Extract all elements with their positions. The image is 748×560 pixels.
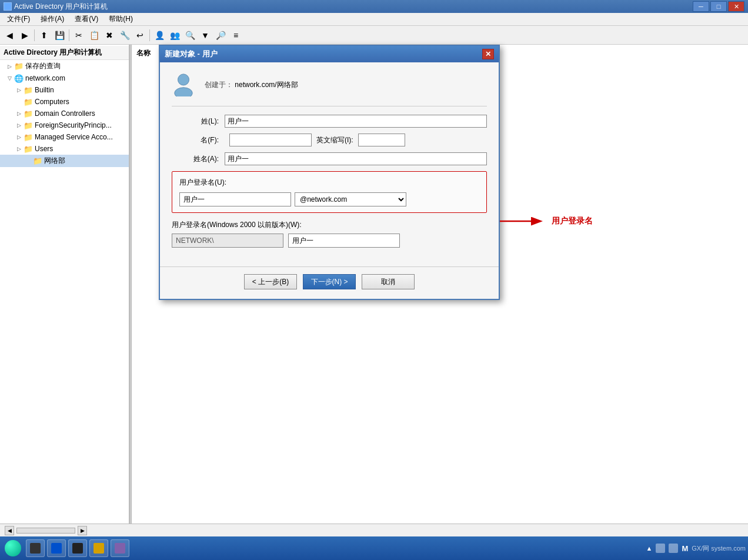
sidebar-header: Active Directory 用户和计算机 xyxy=(0,46,129,60)
toolbar-back[interactable]: ◀ xyxy=(2,28,16,42)
minimize-button[interactable]: ─ xyxy=(693,1,709,12)
taskbar-app-icon-5 xyxy=(115,543,125,554)
menu-bar: 文件(F) 操作(A) 查看(V) 帮助(H) xyxy=(0,13,748,26)
start-button[interactable] xyxy=(2,539,24,558)
taskbar: ▲ M GX/网 system.com xyxy=(0,536,748,560)
sidebar-label-users: Users xyxy=(35,145,53,153)
sidebar-item-network-dept[interactable]: 📁 网络部 xyxy=(0,155,129,167)
expander-saved-queries[interactable]: ▷ xyxy=(5,62,14,71)
domain-icon: 🌐 xyxy=(14,74,24,83)
menu-view[interactable]: 查看(V) xyxy=(70,13,103,25)
prewin-row xyxy=(172,234,487,248)
toolbar-cut[interactable]: ✂ xyxy=(72,28,86,42)
login-row: @network.com @network.local xyxy=(179,192,479,206)
expander-network-com[interactable]: ▽ xyxy=(5,74,14,83)
prewin-username-input[interactable] xyxy=(288,234,400,248)
app-icon xyxy=(4,2,12,11)
toolbar-filter2[interactable]: ▼ xyxy=(198,28,212,42)
sidebar-item-network-com[interactable]: ▽ 🌐 network.com xyxy=(0,72,129,84)
scroll-left[interactable]: ◀ xyxy=(5,526,14,535)
toolbar-forward[interactable]: ▶ xyxy=(18,28,32,42)
svg-point-1 xyxy=(175,88,192,96)
annotation-text: 用户登录名 xyxy=(552,216,593,226)
toolbar-save[interactable]: 💾 xyxy=(52,28,66,42)
folder-icon-computers: 📁 xyxy=(24,97,33,106)
expander-foreign-security[interactable]: ▷ xyxy=(14,121,24,130)
toolbar-delete[interactable]: ✖ xyxy=(102,28,116,42)
toolbar-up[interactable]: ⬆ xyxy=(37,28,51,42)
taskbar-app-5[interactable] xyxy=(111,539,129,557)
sidebar-item-domain-controllers[interactable]: ▷ 📁 Domain Controllers xyxy=(0,108,129,119)
scroll-right[interactable]: ▶ xyxy=(78,526,87,535)
login-section: 用户登录名(U): @network.com @network.local xyxy=(172,171,487,213)
scroll-track xyxy=(16,528,75,534)
next-button[interactable]: 下一步(N) > xyxy=(303,274,356,289)
initials-label: 英文缩写(I): xyxy=(316,135,353,145)
menu-file[interactable]: 文件(F) xyxy=(2,13,35,25)
folder-icon-managed-service: 📁 xyxy=(24,132,33,142)
user-avatar xyxy=(172,72,195,98)
taskbar-app-4[interactable] xyxy=(89,539,108,557)
app-title: Active Directory 用户和计算机 xyxy=(14,2,108,12)
sidebar-label-foreign-security: ForeignSecurityPrincip... xyxy=(35,121,112,129)
close-button[interactable]: ✕ xyxy=(728,1,744,12)
tray-icons: ▲ xyxy=(646,545,653,552)
taskbar-app-3[interactable] xyxy=(68,539,87,557)
expander-managed-service[interactable]: ▷ xyxy=(14,132,24,142)
taskbar-app-2[interactable] xyxy=(47,539,66,557)
start-icon xyxy=(5,540,21,556)
created-at-value: network.com/网络部 xyxy=(235,81,298,89)
cancel-button[interactable]: 取消 xyxy=(362,274,415,289)
expander-users[interactable]: ▷ xyxy=(14,144,24,154)
sidebar-item-foreign-security[interactable]: ▷ 📁 ForeignSecurityPrincip... xyxy=(0,119,129,131)
sidebar-label-domain-controllers: Domain Controllers xyxy=(35,109,95,118)
toolbar-new-user[interactable]: 👤 xyxy=(152,28,166,42)
title-bar-controls: ─ □ ✕ xyxy=(693,1,744,12)
toolbar-properties[interactable]: 🔧 xyxy=(118,28,132,42)
toolbar-copy[interactable]: 📋 xyxy=(87,28,101,42)
dialog-title: 新建对象 - 用户 xyxy=(165,49,218,59)
taskbar-app-icon-3 xyxy=(72,543,83,554)
maximize-button[interactable]: □ xyxy=(710,1,727,12)
sidebar-item-users[interactable]: ▷ 📁 Users xyxy=(0,143,129,155)
sidebar-item-builtin[interactable]: ▷ 📁 Builtin xyxy=(0,84,129,96)
expander-domain-controllers[interactable]: ▷ xyxy=(14,109,24,118)
fullname-input[interactable] xyxy=(225,152,487,165)
toolbar-filter[interactable]: 🔍 xyxy=(183,28,197,42)
firstname-input[interactable] xyxy=(229,134,312,146)
menu-help[interactable]: 帮助(H) xyxy=(104,13,138,25)
folder-icon-builtin: 📁 xyxy=(24,85,33,95)
sidebar-item-saved-queries[interactable]: ▷ 📁 保存的查询 xyxy=(0,60,129,72)
tray-icon-sound xyxy=(669,544,678,553)
back-button[interactable]: < 上一步(B) xyxy=(244,274,297,289)
new-user-dialog: 新建对象 - 用户 ✕ 创建于： network.com/网络部 xyxy=(159,45,500,300)
toolbar-query[interactable]: 🔎 xyxy=(213,28,228,42)
toolbar: ◀ ▶ ⬆ 💾 ✂ 📋 ✖ 🔧 ↩ 👤 👥 🔍 ▼ 🔎 ≡ xyxy=(0,26,748,45)
initials-input[interactable] xyxy=(358,134,405,146)
dialog-overlay: 新建对象 - 用户 ✕ 创建于： network.com/网络部 xyxy=(159,45,500,362)
sidebar-label-computers: Computers xyxy=(35,98,69,106)
toolbar-undo[interactable]: ↩ xyxy=(133,28,147,42)
domain-select[interactable]: @network.com @network.local xyxy=(295,192,406,206)
toolbar-sep-1 xyxy=(34,29,35,41)
surname-input[interactable] xyxy=(225,115,487,128)
tray-letter-m: M xyxy=(682,544,688,553)
dialog-title-bar: 新建对象 - 用户 ✕ xyxy=(160,46,499,62)
prewin-label: 用户登录名(Windows 2000 以前版本)(W): xyxy=(172,220,487,230)
dialog-header-section: 创建于： network.com/网络部 xyxy=(172,72,487,106)
menu-action[interactable]: 操作(A) xyxy=(36,13,69,25)
toolbar-new-group[interactable]: 👥 xyxy=(168,28,182,42)
toolbar-sep-3 xyxy=(149,29,150,41)
sidebar-label-network-com: network.com xyxy=(25,74,65,82)
toolbar-more[interactable]: ≡ xyxy=(229,28,243,42)
sidebar-item-managed-service[interactable]: ▷ 📁 Managed Service Acco... xyxy=(0,131,129,143)
taskbar-app-1[interactable] xyxy=(26,539,45,557)
expander-builtin[interactable]: ▷ xyxy=(14,85,24,95)
status-bar: ◀ ▶ xyxy=(0,524,748,536)
dialog-close-button[interactable]: ✕ xyxy=(482,49,494,59)
status-scroll: ◀ ▶ xyxy=(5,526,87,535)
folder-icon-saved-queries: 📁 xyxy=(14,62,24,71)
sidebar-item-computers[interactable]: 📁 Computers xyxy=(0,96,129,108)
login-input[interactable] xyxy=(179,192,291,206)
sidebar-label-managed-service: Managed Service Acco... xyxy=(35,133,113,141)
